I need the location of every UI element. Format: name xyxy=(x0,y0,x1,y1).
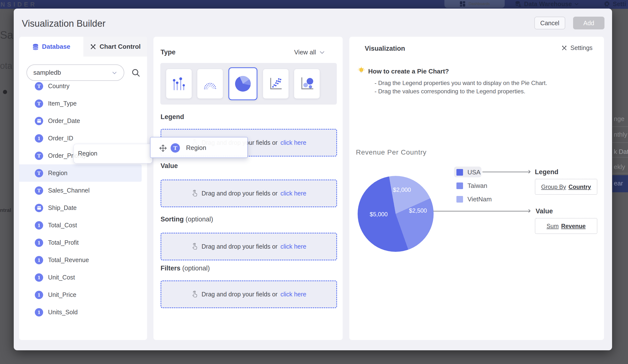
field-label: Sales_Channel xyxy=(48,187,90,194)
field-label: Total_Cost xyxy=(48,222,77,229)
dashboard-icon xyxy=(459,1,466,7)
field-label: Country xyxy=(48,83,70,90)
search-icon[interactable] xyxy=(131,68,141,77)
nav-settings[interactable]: Setti xyxy=(604,0,626,8)
tab-database[interactable]: Database xyxy=(19,37,83,57)
menu-item-fragment: k Date xyxy=(614,148,628,156)
legend-item[interactable]: Taiwan xyxy=(456,182,487,189)
tap-icon xyxy=(191,190,199,197)
field-label: Unit_Cost xyxy=(48,274,75,281)
text-type-icon: T xyxy=(35,152,43,160)
field-row[interactable]: 1 Total_Cost xyxy=(19,217,147,234)
pie-type-glyph xyxy=(235,76,251,92)
field-list: T Country T Item_Type Order_Date 1 Order… xyxy=(19,77,147,321)
visualization-builder-modal: Visualization Builder Cancel Add Databas… xyxy=(14,8,612,350)
text-type-icon: T xyxy=(35,186,43,195)
chart-type-lollipop[interactable] xyxy=(166,69,192,99)
nav-data-warehouse-label: Data Warehouse xyxy=(524,0,572,7)
mapping-legend-box[interactable]: Group By Country xyxy=(535,179,597,195)
sorting-dropzone[interactable]: Drag and drop your fields or click here xyxy=(160,233,337,260)
value-section-label: Value xyxy=(160,162,178,170)
date-type-icon xyxy=(35,117,43,125)
settings-button[interactable]: Settings xyxy=(561,44,592,52)
groupby-function: Group By xyxy=(541,183,566,190)
date-type-icon xyxy=(35,204,43,212)
number-type-icon: 1 xyxy=(35,308,43,316)
sum-field: Revenue xyxy=(561,223,586,230)
field-row[interactable]: 1 Total_Revenue xyxy=(19,251,147,269)
slice-value-label: $2,000 xyxy=(393,186,411,193)
dropzone-click-here-link[interactable]: click here xyxy=(280,243,307,250)
dropzone-click-here-link[interactable]: click here xyxy=(280,190,307,197)
chart-type-pie[interactable] xyxy=(229,67,257,100)
type-section-label: Type xyxy=(160,49,175,56)
legend-swatch xyxy=(456,169,463,176)
filters-dropzone[interactable]: Drag and drop your fields or click here xyxy=(160,281,337,308)
chevron-down-icon xyxy=(319,51,325,54)
groupby-field: Country xyxy=(568,183,591,190)
field-row[interactable]: 1 Total_Profit xyxy=(19,234,147,251)
table-row-sale-records[interactable]: ▶ sale_records ⋮ xyxy=(19,326,147,340)
nav-dashboards-label: Dashboards xyxy=(469,2,490,6)
chart-type-bubble[interactable] xyxy=(294,69,320,99)
background-text-fragment: ntral xyxy=(0,207,11,213)
database-panel: Database Chart Control sampledb T Countr… xyxy=(19,37,147,340)
mapping-value-box[interactable]: Sum Revenue xyxy=(535,218,597,234)
legend-label: Taiwan xyxy=(468,182,487,189)
hint-line: - Drag the Legend properties you want to… xyxy=(375,79,547,87)
field-row[interactable]: 1 Unit_Cost xyxy=(19,269,147,286)
field-label: Item_Type xyxy=(48,100,77,107)
field-row[interactable]: T Sales_Channel xyxy=(19,182,147,199)
visualization-title: Visualization xyxy=(365,45,405,53)
legend-swatch xyxy=(456,182,463,189)
chart-config-panel: Type View all Legend Drag and drop your … xyxy=(154,37,343,340)
hint-line: - Drag the values corresponding to the L… xyxy=(375,87,547,96)
field-label: Order_ID xyxy=(48,135,73,142)
field-row[interactable]: Ship_Date xyxy=(19,199,147,217)
background-bullet-dot xyxy=(3,90,7,94)
field-label: Total_Revenue xyxy=(48,256,89,264)
dragged-field-label: Region xyxy=(186,144,206,152)
dropzone-click-here-link[interactable]: click here xyxy=(280,291,307,298)
chart-type-scatter[interactable] xyxy=(263,69,289,99)
tab-chart-control[interactable]: Chart Control xyxy=(83,37,147,57)
add-button[interactable]: Add xyxy=(573,17,605,29)
dragged-field-card[interactable]: T Region xyxy=(150,137,248,158)
menu-item-fragment: ekly xyxy=(614,163,625,171)
sum-function: Sum xyxy=(547,223,559,230)
menu-item-fragment: ear xyxy=(614,180,623,187)
legend-item[interactable]: VietNam xyxy=(456,195,492,203)
field-row[interactable]: 1 Units_Sold xyxy=(19,303,147,321)
dropzone-text: Drag and drop your fields or xyxy=(202,190,277,197)
chart-type-arc[interactable] xyxy=(197,69,223,99)
cancel-button[interactable]: Cancel xyxy=(534,17,565,29)
nav-dashboards[interactable]: Dashboards xyxy=(444,0,505,8)
menu-item-fragment: nge xyxy=(614,115,624,123)
tab-database-label: Database xyxy=(42,43,70,51)
field-row[interactable]: 1 Unit_Price xyxy=(19,286,147,303)
text-type-icon: T xyxy=(171,143,180,153)
field-row[interactable]: T Country xyxy=(19,77,147,95)
field-row[interactable]: T Item_Type xyxy=(19,95,147,112)
value-dropzone[interactable]: Drag and drop your fields or click here xyxy=(160,180,337,207)
number-type-icon: 1 xyxy=(35,239,43,247)
text-type-icon: T xyxy=(35,99,43,108)
legend-item[interactable]: USA xyxy=(456,169,480,176)
background-text-fragment: ota xyxy=(0,61,12,71)
tap-icon xyxy=(191,243,199,250)
nav-data-warehouse[interactable]: Data Warehouse xyxy=(515,0,579,8)
text-type-icon: T xyxy=(35,82,43,90)
field-row[interactable]: T Region xyxy=(19,164,142,182)
database-select-value: sampledb xyxy=(33,69,61,76)
settings-label: Settings xyxy=(570,44,592,52)
field-label: Total_Profit xyxy=(48,239,79,246)
view-all-toggle[interactable]: View all xyxy=(294,49,325,56)
hint-instructions: - Drag the Legend properties you want to… xyxy=(375,79,547,96)
tab-chart-control-label: Chart Control xyxy=(99,43,141,51)
slice-value-label: $2,500 xyxy=(409,207,427,214)
dropzone-text: Drag and drop your fields or xyxy=(202,291,277,298)
view-all-label: View all xyxy=(294,49,316,56)
dropzone-click-here-link[interactable]: click here xyxy=(280,139,307,146)
field-row[interactable]: Order_Date xyxy=(19,112,147,129)
legend-swatch xyxy=(456,196,463,203)
